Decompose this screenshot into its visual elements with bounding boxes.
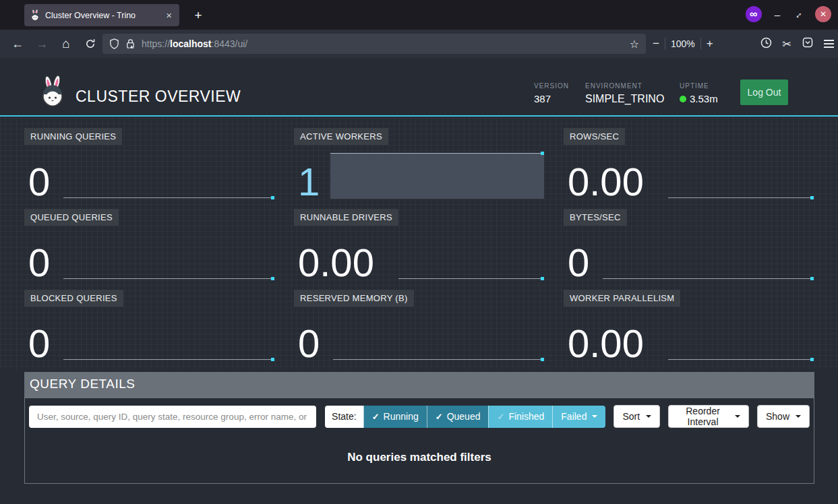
environment-value: SIMPLE_TRINO (585, 93, 664, 105)
sparkline (63, 278, 273, 279)
state-filter-running[interactable]: ✓ Running (363, 406, 427, 428)
stat-label: RUNNABLE DRIVERS (294, 209, 398, 226)
sparkline-endpoint-dot (810, 358, 814, 361)
url-scheme: https:// (142, 38, 170, 49)
stat-label: RESERVED MEMORY (B) (294, 290, 414, 307)
browser-tab-active[interactable]: Cluster Overview - Trino × (24, 4, 179, 26)
pocket-icon[interactable] (802, 37, 813, 51)
query-details-body: State: ✓ Running ✓ Queued ✓ Finished Fa (24, 398, 814, 484)
reorder-interval-dropdown[interactable]: Reorder Interval (668, 405, 749, 428)
new-tab-button[interactable]: + (189, 6, 208, 25)
stat-bytes-per-sec: BYTES/SEC 0 (564, 209, 814, 281)
window-minimize-button[interactable]: – (775, 9, 780, 20)
stat-label: RUNNING QUERIES (24, 128, 122, 145)
screenshot-scissors-icon[interactable]: ✂ (783, 38, 791, 51)
stat-value: 0.00 (568, 324, 644, 363)
history-clock-icon[interactable] (760, 37, 772, 51)
page-header: CLUSTER OVERVIEW VERSION 387 ENVIRONMENT… (0, 58, 838, 117)
url-path: :8443/ui/ (212, 38, 248, 49)
sparkline (333, 359, 543, 360)
page-title: CLUSTER OVERVIEW (76, 88, 241, 106)
stat-reserved-memory: RESERVED MEMORY (B) 0 (294, 290, 545, 362)
zoom-level[interactable]: 100% (671, 38, 695, 49)
caret-down-icon (735, 415, 740, 418)
sparkline-endpoint-dot (810, 196, 814, 199)
lock-warning-icon[interactable] (125, 38, 136, 49)
reload-button[interactable] (80, 33, 101, 55)
query-details-section: QUERY DETAILS State: ✓ Running ✓ Queued … (24, 372, 814, 484)
sparkline (63, 197, 273, 198)
stat-runnable-drivers: RUNNABLE DRIVERS 0.00 (294, 209, 545, 281)
caret-down-icon (646, 415, 651, 418)
stat-queued-queries: QUEUED QUERIES 0 (24, 209, 275, 281)
window-close-button[interactable]: ✕ (815, 6, 831, 22)
divider (665, 38, 665, 50)
stat-value: 0 (568, 243, 589, 282)
state-filter-failed-dropdown[interactable]: Failed (552, 406, 605, 428)
back-button[interactable]: ← (7, 33, 28, 55)
stat-label: QUEUED QUERIES (24, 209, 119, 226)
uptime-value: 3.53m (680, 93, 718, 104)
browser-toolbar: ← → ⌂ https://localhost:8443/ui/ ☆ − 100… (0, 30, 838, 58)
check-icon: ✓ (372, 412, 380, 422)
tab-title: Cluster Overview - Trino (45, 11, 159, 20)
logout-button[interactable]: Log Out (740, 80, 788, 105)
url-host: localhost (170, 38, 211, 49)
check-icon: ✓ (497, 412, 504, 422)
tab-close-icon[interactable]: × (164, 9, 173, 21)
stat-worker-parallelism: WORKER PARALLELISM 0.00 (564, 290, 814, 362)
query-details-title: QUERY DETAILS (24, 372, 814, 398)
trino-cluster-overview-page: CLUSTER OVERVIEW VERSION 387 ENVIRONMENT… (0, 58, 838, 504)
menu-hamburger-icon[interactable] (824, 40, 834, 48)
zoom-out-button[interactable]: − (653, 37, 659, 51)
stat-value: 1 (298, 162, 320, 201)
state-filter-label: State: (325, 406, 363, 428)
stat-rows-per-sec: ROWS/SEC 0.00 (564, 128, 814, 200)
sparkline-endpoint-dot (271, 277, 274, 280)
home-button[interactable]: ⌂ (55, 33, 77, 55)
url-text[interactable]: https://localhost:8443/ui/ (142, 38, 247, 49)
check-icon: ✓ (436, 412, 443, 422)
reload-icon (85, 38, 96, 49)
url-bar[interactable]: https://localhost:8443/ui/ ☆ (102, 34, 646, 54)
trino-logo (39, 75, 66, 108)
stat-value: 0.00 (568, 162, 644, 201)
version-label: VERSION (534, 82, 569, 90)
stat-label: ROWS/SEC (564, 128, 625, 145)
stat-label: WORKER PARALLELISM (564, 290, 680, 307)
sort-dropdown[interactable]: Sort (613, 405, 660, 428)
sparkline-endpoint-dot (810, 277, 814, 280)
state-filter-group: State: ✓ Running ✓ Queued ✓ Finished Fa (325, 406, 605, 428)
uptime-status-dot (680, 96, 686, 102)
caret-down-icon (796, 415, 801, 418)
forward-button[interactable]: → (31, 33, 53, 55)
stat-value: 0 (298, 324, 320, 363)
zoom-in-button[interactable]: + (707, 37, 713, 51)
query-search-input[interactable] (29, 406, 316, 428)
state-filter-finished[interactable]: ✓ Finished (488, 406, 552, 428)
sparkline (668, 359, 812, 360)
private-browsing-icon: ∞ (746, 6, 762, 22)
divider (700, 38, 701, 50)
environment-label: ENVIRONMENT (585, 82, 664, 90)
sparkline-endpoint-dot (271, 358, 274, 361)
state-filter-queued[interactable]: ✓ Queued (427, 406, 489, 428)
tracking-shield-icon[interactable] (109, 38, 119, 49)
sparkline-area (330, 153, 544, 199)
window-restore-button[interactable]: ↔ (790, 7, 804, 21)
stat-label: BYTES/SEC (564, 209, 627, 226)
sparkline-endpoint-dot (541, 152, 544, 155)
stat-value: 0.00 (298, 243, 374, 282)
stat-value: 0 (28, 162, 50, 201)
caret-down-icon (592, 415, 597, 418)
stat-value: 0 (28, 243, 50, 282)
stat-running-queries: RUNNING QUERIES 0 (24, 128, 275, 200)
empty-queries-message: No queries matched filters (25, 451, 814, 464)
bookmark-star-icon[interactable]: ☆ (630, 38, 639, 51)
browser-titlebar: Cluster Overview - Trino × + ∞ – ↔ ✕ (0, 0, 838, 30)
version-value: 387 (534, 93, 569, 104)
sparkline (63, 359, 273, 360)
stat-value: 0 (28, 324, 50, 363)
sparkline (398, 278, 543, 279)
show-dropdown[interactable]: Show (757, 405, 810, 428)
